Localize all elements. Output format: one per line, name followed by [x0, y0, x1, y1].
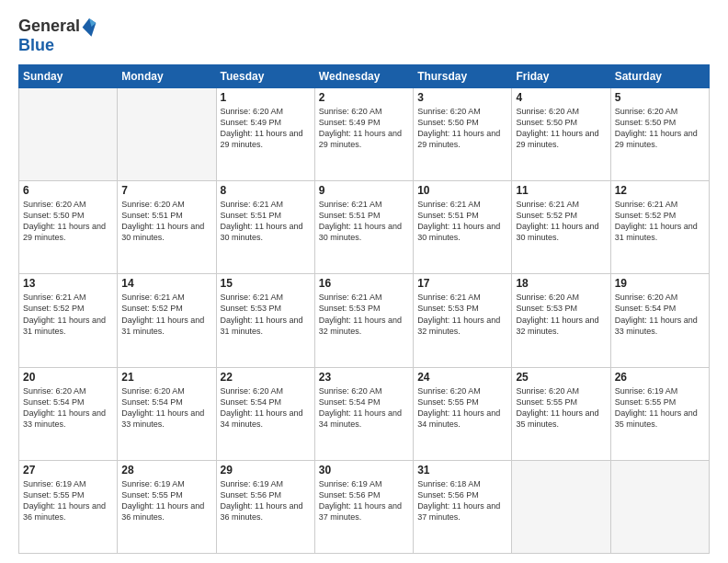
logo: GeneralBlue — [18, 17, 97, 55]
day-number: 15 — [221, 277, 311, 290]
calendar-cell: 7Sunrise: 6:20 AM Sunset: 5:51 PM Daylig… — [118, 181, 216, 274]
calendar-cell: 27Sunrise: 6:19 AM Sunset: 5:55 PM Dayli… — [19, 460, 118, 553]
cell-info: Sunrise: 6:21 AM Sunset: 5:52 PM Dayligh… — [23, 292, 113, 337]
cell-info: Sunrise: 6:20 AM Sunset: 5:54 PM Dayligh… — [615, 292, 705, 337]
calendar-cell: 19Sunrise: 6:20 AM Sunset: 5:54 PM Dayli… — [610, 274, 709, 367]
day-number: 12 — [615, 184, 705, 197]
day-number: 16 — [319, 277, 409, 290]
day-number: 19 — [615, 277, 705, 290]
cell-info: Sunrise: 6:19 AM Sunset: 5:55 PM Dayligh… — [23, 478, 113, 523]
calendar-cell: 28Sunrise: 6:19 AM Sunset: 5:55 PM Dayli… — [118, 460, 216, 553]
calendar-cell: 16Sunrise: 6:21 AM Sunset: 5:53 PM Dayli… — [314, 274, 413, 367]
cell-info: Sunrise: 6:21 AM Sunset: 5:53 PM Dayligh… — [319, 292, 409, 337]
calendar-cell: 25Sunrise: 6:20 AM Sunset: 5:55 PM Dayli… — [512, 367, 610, 460]
calendar-header-thursday: Thursday — [414, 64, 512, 87]
calendar-cell: 4Sunrise: 6:20 AM Sunset: 5:50 PM Daylig… — [512, 87, 610, 180]
cell-info: Sunrise: 6:20 AM Sunset: 5:50 PM Dayligh… — [516, 106, 606, 151]
day-number: 1 — [221, 91, 311, 104]
calendar-cell: 5Sunrise: 6:20 AM Sunset: 5:50 PM Daylig… — [610, 87, 709, 180]
day-number: 20 — [23, 371, 113, 384]
cell-info: Sunrise: 6:21 AM Sunset: 5:52 PM Dayligh… — [516, 199, 606, 244]
cell-info: Sunrise: 6:21 AM Sunset: 5:51 PM Dayligh… — [221, 199, 311, 244]
calendar-table: SundayMondayTuesdayWednesdayThursdayFrid… — [18, 64, 710, 554]
logo-text: GeneralBlue — [18, 17, 97, 55]
day-number: 24 — [417, 371, 507, 384]
calendar-week-3: 20Sunrise: 6:20 AM Sunset: 5:54 PM Dayli… — [19, 367, 710, 460]
calendar-cell: 1Sunrise: 6:20 AM Sunset: 5:49 PM Daylig… — [216, 87, 314, 180]
cell-info: Sunrise: 6:20 AM Sunset: 5:53 PM Dayligh… — [516, 292, 606, 337]
calendar-week-2: 13Sunrise: 6:21 AM Sunset: 5:52 PM Dayli… — [19, 274, 710, 367]
cell-info: Sunrise: 6:20 AM Sunset: 5:51 PM Dayligh… — [121, 199, 211, 244]
day-number: 18 — [516, 277, 606, 290]
cell-info: Sunrise: 6:20 AM Sunset: 5:50 PM Dayligh… — [417, 106, 507, 151]
day-number: 28 — [121, 464, 211, 477]
day-number: 2 — [319, 91, 409, 104]
calendar-week-4: 27Sunrise: 6:19 AM Sunset: 5:55 PM Dayli… — [19, 460, 710, 553]
calendar-cell: 23Sunrise: 6:20 AM Sunset: 5:54 PM Dayli… — [314, 367, 413, 460]
day-number: 5 — [615, 91, 705, 104]
day-number: 9 — [319, 184, 409, 197]
calendar-cell: 6Sunrise: 6:20 AM Sunset: 5:50 PM Daylig… — [19, 181, 118, 274]
calendar-header-friday: Friday — [512, 64, 610, 87]
cell-info: Sunrise: 6:19 AM Sunset: 5:56 PM Dayligh… — [319, 478, 409, 523]
calendar-cell: 12Sunrise: 6:21 AM Sunset: 5:52 PM Dayli… — [610, 181, 709, 274]
cell-info: Sunrise: 6:19 AM Sunset: 5:55 PM Dayligh… — [121, 478, 211, 523]
cell-info: Sunrise: 6:21 AM Sunset: 5:52 PM Dayligh… — [615, 199, 705, 244]
cell-info: Sunrise: 6:21 AM Sunset: 5:53 PM Dayligh… — [417, 292, 507, 337]
day-number: 22 — [221, 371, 311, 384]
cell-info: Sunrise: 6:20 AM Sunset: 5:54 PM Dayligh… — [221, 385, 311, 431]
calendar-header-sunday: Sunday — [19, 64, 118, 87]
logo-bird-icon — [81, 17, 97, 37]
calendar-cell: 21Sunrise: 6:20 AM Sunset: 5:54 PM Dayli… — [118, 367, 216, 460]
cell-info: Sunrise: 6:20 AM Sunset: 5:49 PM Dayligh… — [221, 106, 311, 151]
page: GeneralBlue SundayMondayTuesdayWednesday… — [0, 0, 728, 563]
calendar-cell: 10Sunrise: 6:21 AM Sunset: 5:51 PM Dayli… — [414, 181, 512, 274]
logo-blue: Blue — [18, 36, 54, 54]
cell-info: Sunrise: 6:20 AM Sunset: 5:50 PM Dayligh… — [615, 106, 705, 151]
calendar-cell: 8Sunrise: 6:21 AM Sunset: 5:51 PM Daylig… — [216, 181, 314, 274]
day-number: 6 — [23, 184, 113, 197]
calendar-cell: 18Sunrise: 6:20 AM Sunset: 5:53 PM Dayli… — [512, 274, 610, 367]
calendar-cell — [19, 87, 118, 180]
calendar-header-saturday: Saturday — [610, 64, 709, 87]
day-number: 21 — [121, 371, 211, 384]
cell-info: Sunrise: 6:19 AM Sunset: 5:55 PM Dayligh… — [615, 385, 705, 431]
calendar-header-tuesday: Tuesday — [216, 64, 314, 87]
day-number: 23 — [319, 371, 409, 384]
day-number: 31 — [417, 464, 507, 477]
calendar-cell: 24Sunrise: 6:20 AM Sunset: 5:55 PM Dayli… — [414, 367, 512, 460]
header: GeneralBlue — [18, 17, 710, 55]
cell-info: Sunrise: 6:21 AM Sunset: 5:52 PM Dayligh… — [121, 292, 211, 337]
calendar-cell — [610, 460, 709, 553]
calendar-week-1: 6Sunrise: 6:20 AM Sunset: 5:50 PM Daylig… — [19, 181, 710, 274]
day-number: 10 — [417, 184, 507, 197]
calendar-cell: 31Sunrise: 6:18 AM Sunset: 5:56 PM Dayli… — [414, 460, 512, 553]
calendar-cell: 30Sunrise: 6:19 AM Sunset: 5:56 PM Dayli… — [314, 460, 413, 553]
day-number: 27 — [23, 464, 113, 477]
cell-info: Sunrise: 6:20 AM Sunset: 5:54 PM Dayligh… — [23, 385, 113, 431]
calendar-header-monday: Monday — [118, 64, 216, 87]
cell-info: Sunrise: 6:20 AM Sunset: 5:54 PM Dayligh… — [319, 385, 409, 431]
day-number: 25 — [516, 371, 606, 384]
cell-info: Sunrise: 6:20 AM Sunset: 5:55 PM Dayligh… — [516, 385, 606, 431]
cell-info: Sunrise: 6:20 AM Sunset: 5:49 PM Dayligh… — [319, 106, 409, 151]
calendar-cell: 20Sunrise: 6:20 AM Sunset: 5:54 PM Dayli… — [19, 367, 118, 460]
calendar-cell — [512, 460, 610, 553]
calendar-cell: 17Sunrise: 6:21 AM Sunset: 5:53 PM Dayli… — [414, 274, 512, 367]
calendar-cell: 22Sunrise: 6:20 AM Sunset: 5:54 PM Dayli… — [216, 367, 314, 460]
calendar-cell: 9Sunrise: 6:21 AM Sunset: 5:51 PM Daylig… — [314, 181, 413, 274]
calendar-cell: 11Sunrise: 6:21 AM Sunset: 5:52 PM Dayli… — [512, 181, 610, 274]
calendar-week-0: 1Sunrise: 6:20 AM Sunset: 5:49 PM Daylig… — [19, 87, 710, 180]
calendar-header-row: SundayMondayTuesdayWednesdayThursdayFrid… — [19, 64, 710, 87]
day-number: 13 — [23, 277, 113, 290]
calendar-cell: 3Sunrise: 6:20 AM Sunset: 5:50 PM Daylig… — [414, 87, 512, 180]
calendar-cell: 26Sunrise: 6:19 AM Sunset: 5:55 PM Dayli… — [610, 367, 709, 460]
day-number: 30 — [319, 464, 409, 477]
calendar-cell: 2Sunrise: 6:20 AM Sunset: 5:49 PM Daylig… — [314, 87, 413, 180]
day-number: 8 — [221, 184, 311, 197]
day-number: 11 — [516, 184, 606, 197]
calendar-cell: 29Sunrise: 6:19 AM Sunset: 5:56 PM Dayli… — [216, 460, 314, 553]
cell-info: Sunrise: 6:21 AM Sunset: 5:53 PM Dayligh… — [221, 292, 311, 337]
calendar-cell: 15Sunrise: 6:21 AM Sunset: 5:53 PM Dayli… — [216, 274, 314, 367]
day-number: 17 — [417, 277, 507, 290]
